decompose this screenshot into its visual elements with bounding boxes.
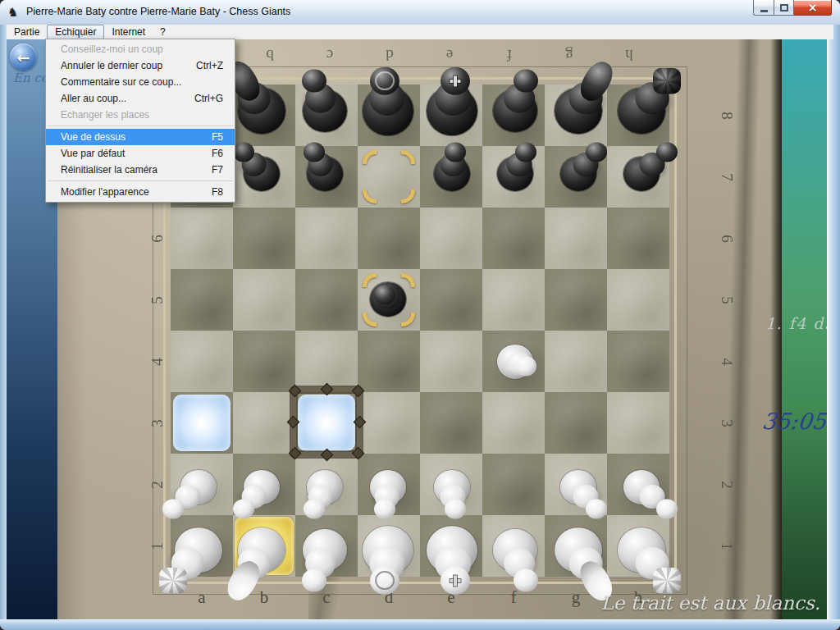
piece-black-pawn-g7[interactable] [545, 146, 607, 208]
menu-item-commentaire-sur-ce-coup[interactable]: Commentaire sur ce coup... [46, 74, 235, 90]
menubar-item-internet[interactable]: Internet [104, 25, 153, 39]
piece-black-king-e8[interactable] [420, 84, 482, 146]
piece-black-queen-d8[interactable] [358, 84, 420, 146]
piece-white-pawn-a2[interactable] [171, 454, 233, 515]
piece-black-bishop-f8[interactable] [482, 84, 545, 146]
minimize-icon [760, 10, 768, 12]
board-square-h5[interactable] [607, 269, 669, 331]
rank-label-right-1: 1 [716, 536, 736, 556]
title-bar[interactable]: ♞ Pierre-Marie Baty contre Pierre-Marie … [0, 0, 840, 25]
board-square-e6[interactable] [420, 208, 482, 269]
board-square-c5[interactable] [295, 269, 358, 331]
board-square-f5[interactable] [482, 269, 545, 331]
echiquier-dropdown-menu: Conseillez-moi un coupAnnuler le dernier… [45, 39, 235, 203]
gold-corner [363, 189, 377, 203]
menu-item-label: Echanger les places [61, 107, 149, 123]
board-square-e3[interactable] [420, 392, 482, 454]
board-square-a4[interactable] [171, 331, 233, 392]
piece-black-bishop-c8[interactable] [295, 84, 358, 146]
rank-label-right-2: 2 [716, 475, 736, 495]
piece-white-queen-d1[interactable] [358, 515, 420, 577]
piece-white-king-e1[interactable] [420, 515, 482, 577]
menu-item-vue-par-d-faut[interactable]: Vue par défautF6 [46, 145, 235, 162]
last-move-marker-from [358, 146, 420, 208]
board-square-g6[interactable] [545, 208, 607, 269]
highlight-move-square [173, 395, 231, 451]
board-square-b5[interactable] [233, 269, 295, 331]
menubar-item-partie[interactable]: Partie [7, 25, 47, 39]
piece-black-knight-b8[interactable] [233, 84, 295, 146]
board-square-b3[interactable] [233, 392, 295, 454]
menu-item-shortcut: F8 [212, 184, 223, 200]
menu-item-modifier-l-apparence[interactable]: Modifier l'apparenceF8 [46, 184, 235, 200]
piece-white-knight-b1[interactable] [233, 515, 295, 577]
board-square-f2[interactable] [482, 454, 545, 515]
board-square-e4[interactable] [420, 331, 482, 392]
rank-label-right-8: 8 [716, 106, 736, 126]
rank-label-left-6: 6 [148, 229, 168, 249]
piece-black-pawn-f7[interactable] [482, 146, 545, 208]
menu-item-echanger-les-places: Echanger les places [46, 107, 235, 123]
board-square-g5[interactable] [545, 269, 607, 331]
gold-corner [401, 150, 415, 164]
board-square-h3[interactable] [607, 392, 669, 454]
rank-label-right-3: 3 [716, 413, 736, 433]
piece-white-bishop-f1[interactable] [482, 515, 545, 577]
board-square-b4[interactable] [233, 331, 295, 392]
board-square-h6[interactable] [607, 208, 669, 269]
piece-black-pawn-e7[interactable] [420, 146, 482, 208]
board-square-h4[interactable] [607, 331, 669, 392]
menu-separator [48, 126, 233, 126]
file-label-top-e: e [440, 46, 459, 64]
menu-item-r-initialiser-la-cam-ra[interactable]: Réinitialiser la caméraF7 [46, 162, 235, 178]
board-square-a5[interactable] [171, 269, 233, 331]
board-square-b6[interactable] [233, 208, 295, 269]
file-label-bottom-g: g [566, 587, 586, 608]
board-square-f6[interactable] [482, 208, 545, 269]
piece-white-pawn-c2[interactable] [295, 454, 358, 515]
piece-white-pawn-g2[interactable] [545, 454, 607, 515]
board-square-g3[interactable] [545, 392, 607, 454]
board-square-f3[interactable] [482, 392, 545, 454]
board-square-c6[interactable] [295, 208, 358, 269]
menu-item-annuler-le-dernier-coup[interactable]: Annuler le dernier coupCtrl+Z [46, 57, 235, 74]
menu-item-label: Vue de dessus [61, 129, 126, 145]
piece-white-pawn-h2[interactable] [607, 454, 669, 515]
board-square-e5[interactable] [420, 269, 482, 331]
piece-white-pawn-f4[interactable] [482, 331, 545, 392]
piece-black-pawn-c7[interactable] [295, 146, 358, 208]
board-square-d6[interactable] [358, 208, 420, 269]
minimize-button[interactable] [753, 0, 774, 16]
piece-white-pawn-b2[interactable] [233, 454, 295, 515]
rank-label-right-4: 4 [716, 352, 736, 372]
board-square-d3[interactable] [358, 392, 420, 454]
file-label-top-g: g [559, 46, 579, 64]
piece-white-knight-g1[interactable] [545, 515, 607, 577]
file-label-top-h: h [619, 46, 639, 64]
piece-black-pawn-b7[interactable] [233, 146, 295, 208]
piece-black-pawn-h7[interactable] [607, 146, 669, 208]
back-button[interactable]: ← [10, 43, 37, 71]
piece-black-pawn-d5[interactable] [358, 269, 420, 331]
board-square-d4[interactable] [358, 331, 420, 392]
board-square-a6[interactable] [171, 208, 233, 269]
menu-item-vue-de-dessus[interactable]: Vue de dessusF5 [46, 129, 235, 145]
menu-item-aller-au-coup[interactable]: Aller au coup...Ctrl+G [46, 90, 235, 107]
menubar-item-help[interactable]: ? [153, 25, 173, 39]
piece-white-pawn-d2[interactable] [358, 454, 420, 515]
piece-black-knight-g8[interactable] [545, 84, 607, 146]
window-frame-bottom [0, 619, 840, 630]
piece-white-pawn-e2[interactable] [420, 454, 482, 515]
menubar-item-echiquier[interactable]: Echiquier [47, 25, 104, 39]
maximize-button[interactable] [774, 0, 794, 16]
window-controls: × [753, 0, 832, 16]
piece-white-bishop-c1[interactable] [295, 515, 358, 577]
board-square-g4[interactable] [545, 331, 607, 392]
menu-item-shortcut: Ctrl+G [194, 90, 223, 107]
menu-item-shortcut: F5 [212, 129, 223, 145]
menu-item-conseillez-moi-un-coup: Conseillez-moi un coup [46, 41, 235, 57]
rank-label-left-4: 4 [148, 352, 168, 372]
piece-white-rook-h1[interactable] [607, 515, 669, 577]
piece-black-rook-h8[interactable] [607, 84, 669, 146]
close-button[interactable]: × [794, 0, 832, 16]
